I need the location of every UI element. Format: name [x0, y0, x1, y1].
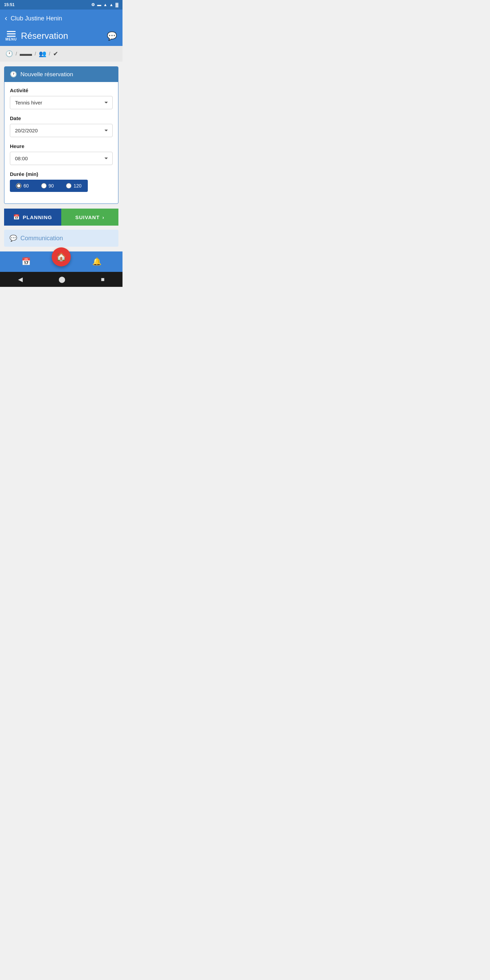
calendar-nav-button[interactable]: 📅: [0, 257, 52, 266]
steps-bar: 🕐 / ▬▬ / 👥 / ✔: [0, 46, 123, 62]
activity-select[interactable]: Tennis hiver Tennis été Padel: [10, 96, 113, 109]
date-label: Date: [10, 115, 113, 121]
battery-icon: ▓: [115, 2, 118, 7]
android-nav: ◀ ⬤ ■: [0, 272, 123, 287]
calendar-nav-icon: 📅: [21, 257, 30, 266]
app-bar: ‹ Club Justine Henin: [0, 10, 123, 27]
duration-60-label: 60: [24, 183, 29, 189]
planning-button-label: PLANNING: [23, 215, 52, 220]
card-header-title: Nouvelle réservation: [21, 71, 73, 78]
step-sep-1: /: [16, 51, 17, 56]
home-fab-icon: 🏠: [56, 252, 66, 262]
date-select[interactable]: 20/2/2020 21/2/2020 22/2/2020: [10, 124, 113, 137]
app-bar-title: Club Justine Henin: [11, 15, 118, 22]
duration-90-label: 90: [49, 183, 54, 189]
time-label: Heure: [10, 143, 113, 149]
status-time: 15:51: [4, 2, 14, 7]
gear-icon: ⚙: [91, 2, 95, 7]
wifi-icon: ▲: [103, 2, 107, 7]
menu-bar: MENU Réservation 💬: [0, 27, 123, 46]
home-fab-button[interactable]: 🏠: [52, 247, 71, 266]
planning-button[interactable]: 📅 PLANNING: [4, 208, 61, 226]
duration-group: Durée (min) 60 90 120: [10, 171, 113, 192]
step-group-icon: 👥: [39, 50, 46, 57]
android-back-button[interactable]: ◀: [18, 275, 23, 283]
back-button[interactable]: ‹: [5, 14, 7, 23]
calendar-icon: 📅: [13, 214, 20, 220]
duration-120-label: 120: [73, 183, 81, 189]
action-buttons: 📅 PLANNING SUIVANT ›: [4, 208, 118, 226]
date-group: Date 20/2/2020 21/2/2020 22/2/2020: [10, 115, 113, 137]
reservation-card: 🕐 Nouvelle réservation Activité Tennis h…: [4, 66, 118, 204]
time-select[interactable]: 08:00 09:00 10:00: [10, 152, 113, 165]
duration-radio-60[interactable]: [16, 183, 21, 189]
duration-radio-120[interactable]: [66, 183, 72, 189]
comm-label: Communication: [21, 235, 63, 242]
step-table-icon: ▬▬: [20, 50, 32, 57]
comm-chat-icon: 💬: [10, 234, 17, 242]
suivant-button[interactable]: SUIVANT ›: [61, 208, 118, 226]
time-group: Heure 08:00 09:00 10:00: [10, 143, 113, 165]
card-body: Activité Tennis hiver Tennis été Padel D…: [5, 82, 118, 204]
page-title: Réservation: [21, 30, 68, 41]
bell-nav-button[interactable]: 🔔: [71, 257, 123, 266]
suivant-button-label: SUIVANT: [75, 215, 100, 220]
card-header: 🕐 Nouvelle réservation: [5, 67, 118, 82]
duration-label: Durée (min): [10, 171, 113, 177]
duration-90[interactable]: 90: [35, 180, 60, 192]
step-sep-2: /: [35, 51, 36, 56]
duration-60[interactable]: 60: [10, 180, 35, 192]
step-clock-icon: 🕐: [5, 50, 13, 57]
signal-icon: ▲: [109, 2, 113, 7]
chat-button[interactable]: 💬: [107, 31, 117, 41]
step-sep-3: /: [49, 51, 50, 56]
duration-radio-90[interactable]: [41, 183, 47, 189]
activity-group: Activité Tennis hiver Tennis été Padel: [10, 88, 113, 109]
android-recent-button[interactable]: ■: [101, 276, 105, 283]
main-content: 🕐 Nouvelle réservation Activité Tennis h…: [0, 62, 123, 251]
bell-nav-icon: 🔔: [92, 257, 102, 266]
hamburger-icon: [7, 31, 16, 37]
bottom-nav: 📅 🏠 🔔: [0, 251, 123, 272]
communication-card: 💬 Communication: [4, 230, 118, 247]
duration-120[interactable]: 120: [60, 180, 88, 192]
activity-label: Activité: [10, 88, 113, 93]
status-icons: ⚙ ▬ ▲ ▲ ▓: [91, 2, 118, 7]
arrow-right-icon: ›: [102, 215, 105, 220]
duration-options: 60 90 120: [10, 180, 88, 192]
status-bar: 15:51 ⚙ ▬ ▲ ▲ ▓: [0, 0, 123, 10]
card-header-icon: 🕐: [10, 71, 17, 78]
sim-icon: ▬: [97, 2, 101, 7]
menu-button[interactable]: MENU: [5, 31, 17, 41]
android-home-button[interactable]: ⬤: [59, 275, 65, 283]
menu-label: MENU: [5, 37, 17, 41]
step-check-icon: ✔: [53, 50, 58, 57]
